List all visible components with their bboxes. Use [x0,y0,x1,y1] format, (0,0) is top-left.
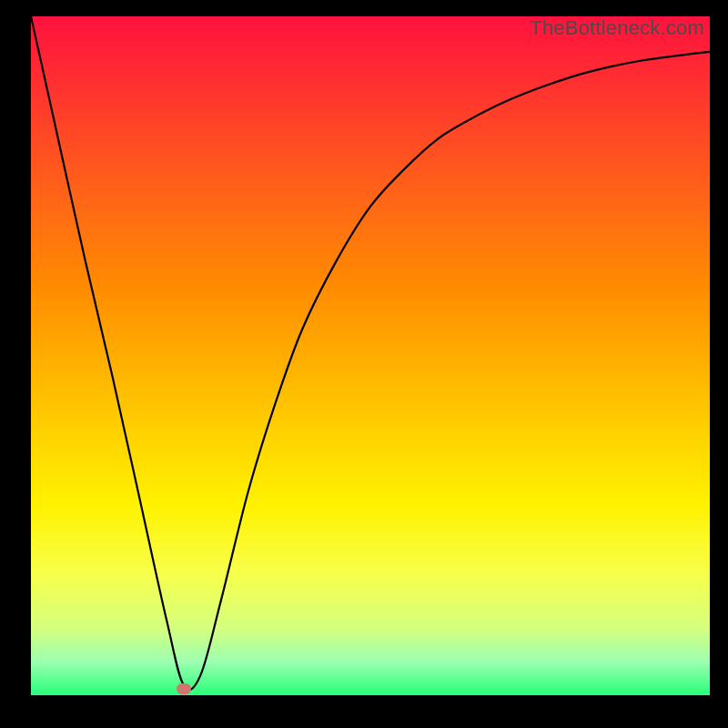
plot-area: TheBottleneck.com [31,16,710,695]
watermark-text: TheBottleneck.com [530,16,704,40]
chart-frame: TheBottleneck.com [0,0,728,728]
bottleneck-curve [31,16,710,695]
optimum-marker [177,683,191,694]
